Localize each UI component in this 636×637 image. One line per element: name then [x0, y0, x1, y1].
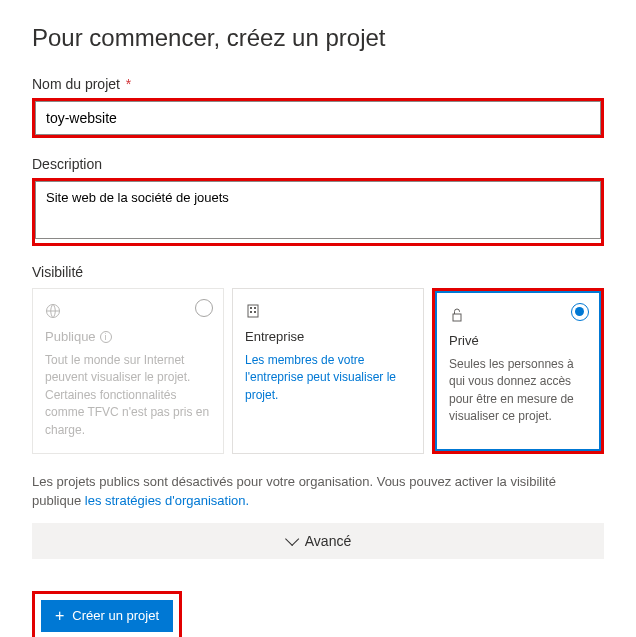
globe-icon: [45, 303, 61, 319]
visibility-option-private[interactable]: Privé Seules les personnes à qui vous do…: [435, 291, 601, 451]
description-highlight: Site web de la société de jouets: [32, 178, 604, 246]
svg-rect-3: [254, 307, 256, 309]
visibility-private-title: Privé: [449, 333, 587, 348]
visibility-public-title: Publique: [45, 329, 96, 344]
advanced-label: Avancé: [305, 533, 351, 549]
visibility-private-desc: Seules les personnes à qui vous donnez a…: [449, 356, 587, 426]
project-name-highlight: [32, 98, 604, 138]
visibility-enterprise-desc: Les membres de votre l'entreprise peut v…: [245, 352, 411, 404]
description-input[interactable]: Site web de la société de jouets: [35, 181, 601, 239]
page-title: Pour commencer, créez un projet: [32, 24, 604, 52]
radio-public: [195, 299, 213, 317]
svg-rect-6: [453, 314, 461, 321]
create-button-label: Créer un projet: [72, 608, 159, 623]
svg-rect-5: [254, 311, 256, 313]
visibility-label: Visibilité: [32, 264, 604, 280]
advanced-toggle[interactable]: Avancé: [32, 523, 604, 559]
org-policies-link[interactable]: les stratégies d'organisation.: [85, 493, 249, 508]
create-button-highlight: + Créer un projet: [32, 591, 182, 637]
visibility-option-enterprise[interactable]: Entreprise Les membres de votre l'entrep…: [232, 288, 424, 454]
visibility-enterprise-title: Entreprise: [245, 329, 411, 344]
visibility-public-desc: Tout le monde sur Internet peuvent visua…: [45, 352, 211, 439]
create-project-button[interactable]: + Créer un projet: [41, 600, 173, 632]
svg-rect-2: [250, 307, 252, 309]
description-label: Description: [32, 156, 604, 172]
radio-private[interactable]: [571, 303, 589, 321]
project-name-input[interactable]: [35, 101, 601, 135]
chevron-down-icon: [285, 532, 299, 546]
project-name-label: Nom du projet *: [32, 76, 604, 92]
required-marker: *: [126, 76, 131, 92]
plus-icon: +: [55, 608, 64, 624]
building-icon: [245, 303, 261, 319]
svg-rect-4: [250, 311, 252, 313]
svg-rect-1: [248, 305, 258, 317]
visibility-private-highlight: Privé Seules les personnes à qui vous do…: [432, 288, 604, 454]
lock-icon: [449, 307, 465, 323]
info-icon: i: [100, 331, 112, 343]
public-disabled-notice: Les projets publics sont désactivés pour…: [32, 472, 604, 511]
visibility-option-public: Publique i Tout le monde sur Internet pe…: [32, 288, 224, 454]
visibility-options: Publique i Tout le monde sur Internet pe…: [32, 288, 604, 454]
